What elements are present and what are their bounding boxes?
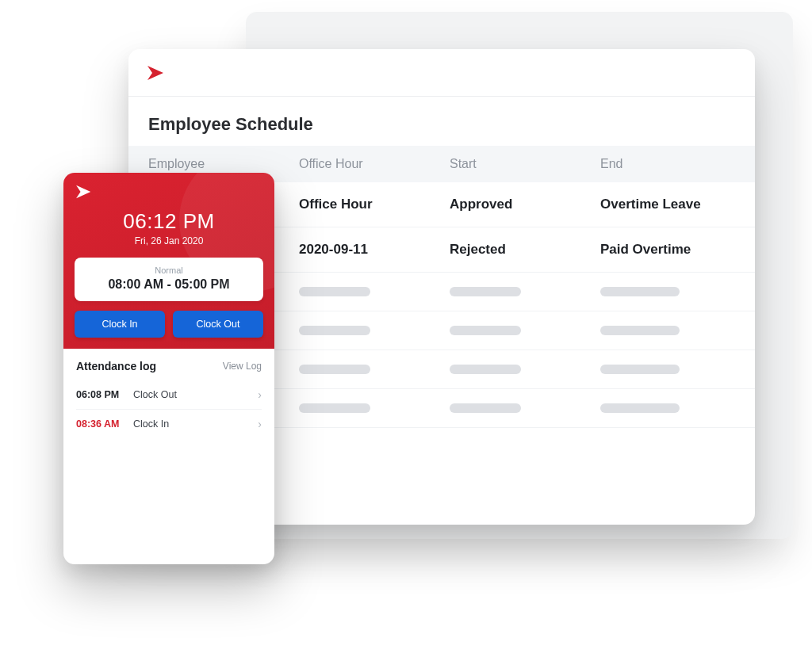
col-end: End bbox=[600, 157, 735, 171]
current-time: 06:12 PM bbox=[75, 209, 263, 234]
page-title: Employee Schedule bbox=[128, 97, 755, 146]
clock-out-button[interactable]: Clock Out bbox=[173, 311, 263, 338]
brand-arrow-icon bbox=[146, 64, 168, 82]
mobile-panel: 06:12 PM Fri, 26 Jan 2020 Normal 08:00 A… bbox=[63, 173, 274, 564]
attendance-section: Attendance log View Log 06:08 PM Clock O… bbox=[63, 349, 274, 438]
desktop-header bbox=[128, 49, 755, 97]
shift-label: Normal bbox=[84, 265, 254, 275]
col-employee: Employee bbox=[148, 157, 299, 171]
view-log-link[interactable]: View Log bbox=[223, 361, 262, 372]
attendance-log-row[interactable]: 06:08 PM Clock Out › bbox=[76, 380, 262, 410]
clock-button-row: Clock In Clock Out bbox=[75, 311, 263, 338]
cell-start: Rejected bbox=[450, 242, 600, 258]
skeleton-cell bbox=[450, 287, 521, 296]
log-action: Clock Out bbox=[133, 389, 251, 400]
brand-arrow-icon bbox=[75, 184, 263, 200]
cell-end: Overtime Leave bbox=[600, 197, 735, 212]
col-office-hour: Office Hour bbox=[299, 157, 450, 171]
attendance-log-row[interactable]: 08:36 AM Clock In › bbox=[76, 410, 262, 438]
skeleton-cell bbox=[299, 326, 370, 335]
chevron-right-icon: › bbox=[251, 418, 262, 430]
skeleton-cell bbox=[600, 365, 680, 374]
skeleton-cell bbox=[450, 326, 521, 335]
col-start: Start bbox=[450, 157, 600, 171]
skeleton-cell bbox=[600, 287, 680, 296]
skeleton-cell bbox=[600, 326, 680, 335]
chevron-right-icon: › bbox=[251, 388, 262, 401]
cell-start: Approved bbox=[450, 197, 600, 212]
mobile-header: 06:12 PM Fri, 26 Jan 2020 Normal 08:00 A… bbox=[63, 173, 274, 349]
log-time: 06:08 PM bbox=[76, 389, 133, 400]
cell-end: Paid Overtime bbox=[600, 242, 735, 258]
attendance-title: Attendance log bbox=[76, 360, 156, 372]
skeleton-cell bbox=[299, 287, 370, 296]
skeleton-cell bbox=[299, 365, 370, 374]
clock-in-button[interactable]: Clock In bbox=[75, 311, 165, 338]
log-action: Clock In bbox=[133, 418, 251, 430]
skeleton-cell bbox=[600, 403, 680, 413]
skeleton-cell bbox=[450, 403, 521, 413]
cell-office-hour: 2020-09-11 bbox=[299, 242, 450, 258]
skeleton-cell bbox=[450, 365, 521, 374]
cell-office-hour: Office Hour bbox=[299, 197, 450, 212]
shift-hours: 08:00 AM - 05:00 PM bbox=[84, 277, 254, 292]
attendance-header: Attendance log View Log bbox=[76, 360, 262, 372]
current-date: Fri, 26 Jan 2020 bbox=[75, 235, 263, 246]
log-time: 08:36 AM bbox=[76, 418, 133, 430]
shift-card: Normal 08:00 AM - 05:00 PM bbox=[75, 258, 263, 301]
skeleton-cell bbox=[299, 403, 370, 413]
